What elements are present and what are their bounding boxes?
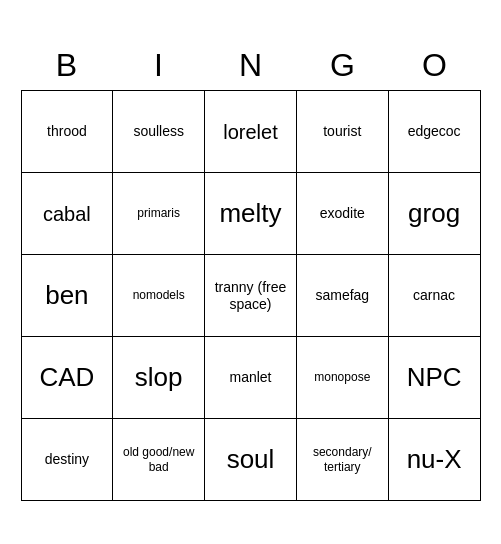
cell-text-4: edgecoc — [408, 123, 461, 140]
bingo-grid: throodsoullesslorelettouristedgecoccabal… — [21, 90, 481, 501]
bingo-cell-4: edgecoc — [389, 91, 481, 173]
bingo-cell-23: secondary/ tertiary — [297, 419, 389, 501]
cell-text-20: destiny — [45, 451, 89, 468]
header-letter-o: O — [389, 43, 481, 90]
bingo-cell-11: nomodels — [113, 255, 205, 337]
cell-text-16: slop — [135, 362, 183, 393]
cell-text-3: tourist — [323, 123, 361, 140]
cell-text-11: nomodels — [133, 288, 185, 302]
bingo-cell-7: melty — [205, 173, 297, 255]
cell-text-7: melty — [219, 198, 281, 229]
cell-text-2: lorelet — [223, 120, 277, 144]
bingo-cell-20: destiny — [22, 419, 114, 501]
cell-text-9: grog — [408, 198, 460, 229]
header-letter-b: B — [21, 43, 113, 90]
cell-text-12: tranny (free space) — [209, 279, 292, 313]
bingo-cell-3: tourist — [297, 91, 389, 173]
header-letter-i: I — [113, 43, 205, 90]
cell-text-14: carnac — [413, 287, 455, 304]
cell-text-18: monopose — [314, 370, 370, 384]
header-letter-n: N — [205, 43, 297, 90]
bingo-cell-22: soul — [205, 419, 297, 501]
bingo-cell-17: manlet — [205, 337, 297, 419]
bingo-cell-15: CAD — [22, 337, 114, 419]
bingo-header: BINGO — [21, 43, 481, 90]
bingo-cell-16: slop — [113, 337, 205, 419]
bingo-cell-21: old good/new bad — [113, 419, 205, 501]
cell-text-15: CAD — [39, 362, 94, 393]
cell-text-6: primaris — [137, 206, 180, 220]
bingo-cell-10: ben — [22, 255, 114, 337]
bingo-cell-2: lorelet — [205, 91, 297, 173]
cell-text-10: ben — [45, 280, 88, 311]
bingo-cell-9: grog — [389, 173, 481, 255]
cell-text-1: soulless — [133, 123, 184, 140]
cell-text-23: secondary/ tertiary — [301, 445, 384, 474]
cell-text-21: old good/new bad — [117, 445, 200, 474]
bingo-cell-6: primaris — [113, 173, 205, 255]
cell-text-8: exodite — [320, 205, 365, 222]
cell-text-13: samefag — [315, 287, 369, 304]
header-letter-g: G — [297, 43, 389, 90]
bingo-cell-8: exodite — [297, 173, 389, 255]
bingo-cell-18: monopose — [297, 337, 389, 419]
bingo-cell-13: samefag — [297, 255, 389, 337]
bingo-cell-14: carnac — [389, 255, 481, 337]
cell-text-0: throod — [47, 123, 87, 140]
bingo-cell-24: nu-X — [389, 419, 481, 501]
cell-text-19: NPC — [407, 362, 462, 393]
bingo-card: BINGO throodsoullesslorelettouristedgeco… — [11, 33, 491, 511]
cell-text-17: manlet — [229, 369, 271, 386]
bingo-cell-12: tranny (free space) — [205, 255, 297, 337]
cell-text-22: soul — [227, 444, 275, 475]
bingo-cell-5: cabal — [22, 173, 114, 255]
cell-text-5: cabal — [43, 202, 91, 226]
bingo-cell-0: throod — [22, 91, 114, 173]
bingo-cell-19: NPC — [389, 337, 481, 419]
cell-text-24: nu-X — [407, 444, 462, 475]
bingo-cell-1: soulless — [113, 91, 205, 173]
